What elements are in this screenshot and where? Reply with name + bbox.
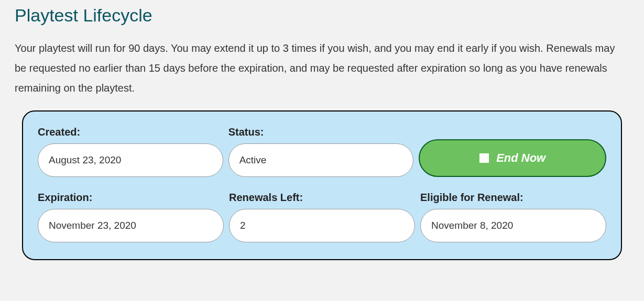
field-status: Status: Active <box>228 126 414 177</box>
row-1: Created: August 23, 2020 Status: Active … <box>38 126 606 177</box>
end-now-label: End Now <box>496 151 545 165</box>
end-now-button[interactable]: End Now <box>419 139 606 177</box>
lifecycle-card: Created: August 23, 2020 Status: Active … <box>22 110 622 260</box>
eligible-value: November 8, 2020 <box>420 209 606 242</box>
page-title: Playtest Lifecycle <box>15 5 629 26</box>
created-label: Created: <box>38 126 223 138</box>
field-created: Created: August 23, 2020 <box>38 126 223 177</box>
eligible-label: Eligible for Renewal: <box>420 192 606 204</box>
renewals-left-label: Renewals Left: <box>229 192 415 204</box>
renewals-left-value: 2 <box>229 209 415 242</box>
row-2: Expiration: November 23, 2020 Renewals L… <box>38 192 606 242</box>
field-renewals-left: Renewals Left: 2 <box>229 192 415 242</box>
expiration-value: November 23, 2020 <box>38 209 224 242</box>
created-value: August 23, 2020 <box>38 143 223 177</box>
field-expiration: Expiration: November 23, 2020 <box>38 192 224 242</box>
stop-icon <box>479 153 489 163</box>
page-description: Your playtest will run for 90 days. You … <box>15 38 629 98</box>
page-container: Playtest Lifecycle Your playtest will ru… <box>0 0 644 275</box>
expiration-label: Expiration: <box>38 192 224 204</box>
field-eligible: Eligible for Renewal: November 8, 2020 <box>420 192 606 242</box>
status-label: Status: <box>228 126 414 138</box>
status-value: Active <box>228 143 414 177</box>
